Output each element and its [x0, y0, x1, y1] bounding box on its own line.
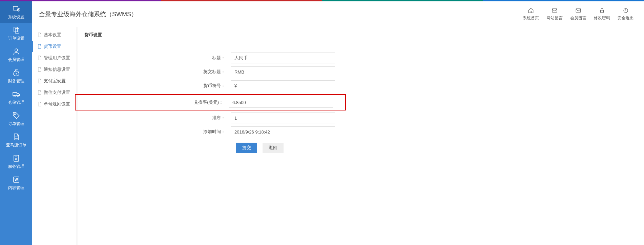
sub-item-notification[interactable]: 通知信息设置 — [32, 64, 76, 75]
svg-rect-13 — [552, 8, 557, 12]
header-action-label: 修改密码 — [594, 15, 610, 21]
sidebar-item-service-mgmt[interactable]: 服务管理 — [0, 151, 32, 172]
row-sort: 排序： — [78, 113, 644, 123]
main-panel: 货币设置 标题： 英文标题： 货币符号： 兑换率(美 — [78, 27, 644, 245]
page-icon — [38, 44, 42, 49]
sub-item-label: 货币设置 — [44, 43, 61, 49]
header-action-home[interactable]: 系统首页 — [523, 7, 539, 21]
svg-text:W: W — [15, 178, 18, 182]
home-icon — [527, 7, 534, 15]
power-icon — [622, 7, 629, 15]
input-addtime[interactable] — [231, 126, 335, 137]
word-icon: W — [12, 176, 20, 184]
tag-icon — [12, 111, 20, 120]
highlight-exchange-rate: 兑换率(美元)： — [75, 94, 346, 110]
page-icon — [38, 67, 42, 72]
sidebar-label: 会员管理 — [8, 57, 24, 63]
mail-icon — [551, 7, 558, 15]
sidebar-item-member-mgmt[interactable]: 会员管理 — [0, 44, 32, 65]
page-icon — [38, 102, 42, 106]
sub-item-basic-settings[interactable]: 基本设置 — [32, 29, 76, 41]
header-action-change-password[interactable]: 修改密码 — [594, 7, 610, 21]
page-icon — [38, 33, 42, 37]
label-rate: 兑换率(美元)： — [78, 99, 229, 105]
truck-icon — [12, 90, 20, 98]
sidebar-item-amazon-orders[interactable]: 亚马逊订单 — [0, 129, 32, 151]
input-sort[interactable] — [231, 113, 335, 123]
row-title: 标题： — [78, 53, 644, 63]
sidebar-main: 系统设置 订单设置 会员管理 ¥ 财务管理 仓储管理 订单管理 亚马逊订单 服务 — [0, 1, 32, 245]
input-symbol[interactable] — [231, 80, 335, 91]
header-action-member-messages[interactable]: 会员留言 — [570, 7, 586, 21]
page-icon — [38, 79, 42, 83]
header-action-label: 会员留言 — [570, 15, 586, 21]
svg-rect-2 — [14, 27, 18, 32]
money-bag-icon: ¥ — [12, 69, 20, 77]
header-action-logout[interactable]: 安全退出 — [618, 7, 634, 21]
sub-item-wechat-pay[interactable]: 微信支付设置 — [32, 87, 76, 98]
panel-title: 货币设置 — [78, 27, 644, 43]
sidebar-item-finance-mgmt[interactable]: ¥ 财务管理 — [0, 65, 32, 87]
sub-item-number-rule[interactable]: 单号规则设置 — [32, 98, 76, 110]
input-title[interactable] — [231, 53, 335, 63]
header: 全景专业级海外仓储系统（SWMS） 系统首页 网站留言 会员留言 修改密码 — [32, 1, 644, 27]
sub-item-user-mgmt[interactable]: 管理用户设置 — [32, 52, 76, 64]
sidebar-item-warehouse-mgmt[interactable]: 仓储管理 — [0, 87, 32, 108]
user-icon — [12, 47, 20, 56]
header-action-site-messages[interactable]: 网站留言 — [546, 7, 563, 21]
page-icon — [38, 56, 42, 60]
label-sort: 排序： — [78, 115, 231, 121]
input-rate[interactable] — [229, 97, 333, 108]
sidebar-item-order-mgmt[interactable]: 订单管理 — [0, 108, 32, 129]
label-en-title: 英文标题： — [78, 69, 231, 75]
sub-item-currency-settings[interactable]: 货币设置 — [32, 41, 76, 52]
sidebar-item-system-settings[interactable]: 系统设置 — [0, 1, 32, 23]
sidebar-label: 系统设置 — [8, 14, 24, 20]
note-icon — [12, 154, 20, 162]
sub-item-alipay[interactable]: 支付宝设置 — [32, 75, 76, 87]
sidebar-sub: 基本设置 货币设置 管理用户设置 通知信息设置 支付宝设置 — [32, 27, 76, 245]
currency-form: 标题： 英文标题： 货币符号： 兑换率(美元)： — [78, 43, 644, 153]
sidebar-item-order-settings[interactable]: 订单设置 — [0, 23, 32, 44]
sub-item-label: 支付宝设置 — [44, 78, 66, 84]
sub-item-label: 单号规则设置 — [44, 101, 70, 107]
svg-rect-15 — [601, 10, 604, 13]
sub-item-label: 基本设置 — [44, 32, 61, 38]
input-en-title[interactable] — [231, 66, 335, 77]
sidebar-label: 服务管理 — [8, 164, 24, 169]
svg-point-8 — [18, 96, 19, 97]
label-symbol: 货币符号： — [78, 83, 231, 89]
header-action-label: 系统首页 — [523, 15, 539, 21]
svg-rect-3 — [15, 28, 19, 33]
label-addtime: 添加时间： — [78, 129, 231, 135]
mail-icon — [575, 7, 582, 15]
label-title: 标题： — [78, 55, 231, 61]
lock-icon — [599, 7, 605, 15]
app-title: 全景专业级海外仓储系统（SWMS） — [39, 10, 137, 18]
row-addtime: 添加时间： — [78, 126, 644, 137]
row-en-title: 英文标题： — [78, 66, 644, 77]
sub-item-label: 微信支付设置 — [44, 89, 70, 96]
back-button[interactable]: 返回 — [263, 143, 284, 153]
header-actions: 系统首页 网站留言 会员留言 修改密码 安全退出 — [523, 7, 634, 21]
page-icon — [38, 90, 42, 95]
submit-button[interactable]: 提交 — [236, 143, 257, 153]
svg-text:¥: ¥ — [15, 72, 17, 75]
sidebar-label: 订单管理 — [8, 121, 24, 127]
svg-rect-14 — [576, 8, 581, 12]
header-action-label: 安全退出 — [618, 15, 634, 21]
copy-icon — [12, 26, 20, 34]
svg-point-7 — [14, 96, 15, 97]
document-icon — [12, 133, 20, 141]
sidebar-label: 财务管理 — [8, 78, 24, 84]
sidebar-label: 仓储管理 — [8, 100, 24, 105]
sidebar-label: 亚马逊订单 — [6, 142, 26, 148]
sub-item-label: 通知信息设置 — [44, 66, 70, 73]
svg-point-4 — [15, 49, 18, 52]
sidebar-label: 内容管理 — [8, 185, 24, 191]
sidebar-item-content-mgmt[interactable]: W 内容管理 — [0, 172, 32, 193]
header-action-label: 网站留言 — [546, 15, 563, 21]
sidebar-label: 订单设置 — [8, 36, 24, 41]
svg-rect-6 — [13, 93, 17, 96]
sub-item-label: 管理用户设置 — [44, 55, 70, 61]
